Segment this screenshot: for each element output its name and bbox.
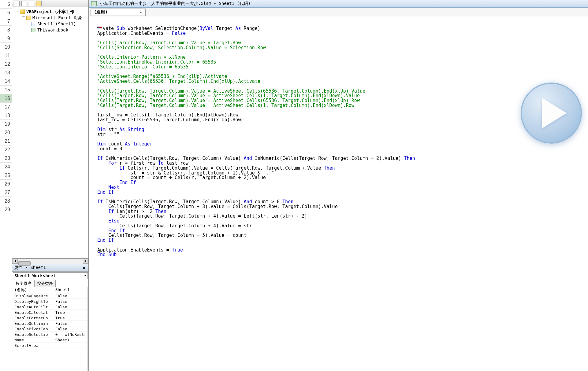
toolbar-button[interactable] <box>21 1 27 6</box>
property-name: EnableCalculat <box>13 310 54 315</box>
project-explorer[interactable]: - VBAProject (小车工作 - Microsoft Excel 对象 … <box>12 7 88 259</box>
project-toolbar <box>12 0 88 7</box>
play-button-overlay[interactable] <box>521 83 582 144</box>
row-header[interactable]: 27 <box>0 188 12 197</box>
property-value[interactable]: False <box>54 326 87 332</box>
row-header[interactable]: 17 <box>0 103 12 111</box>
chevron-down-icon[interactable]: ▾ <box>84 274 86 278</box>
scroll-thumb[interactable] <box>18 261 31 266</box>
property-row[interactable]: NameSheet1 <box>13 337 87 343</box>
property-name: (名称) <box>13 287 54 293</box>
sheet-icon <box>31 22 36 26</box>
property-row[interactable]: EnableAutoFiltFalse <box>13 304 87 310</box>
tree-collapse-icon[interactable]: - <box>22 16 25 19</box>
property-name: DisplayPageBre <box>13 293 54 299</box>
row-header[interactable]: 25 <box>0 171 12 180</box>
tree-sheet-item[interactable]: Sheet1 (Sheet1) <box>13 21 87 27</box>
row-header[interactable]: 10 <box>0 43 12 51</box>
property-name: EnableFormatCo <box>13 315 54 321</box>
property-row[interactable]: EnablePivotTabFalse <box>13 326 87 332</box>
row-header[interactable]: 13 <box>0 68 12 77</box>
properties-grid[interactable]: (名称)Sheet1DisplayPageBreFalseDisplayRigh… <box>13 287 88 371</box>
toolbar-folder-button[interactable] <box>36 1 42 6</box>
row-header[interactable]: 8 <box>0 26 12 34</box>
toolbar-button[interactable] <box>29 1 34 6</box>
code-window-titlebar: 小车工作自动化的一小步，人类的躺平事业的一大步.xlsm - Sheet1 (代… <box>89 0 588 8</box>
tab-alphabetic[interactable]: 按字母序 <box>13 280 34 287</box>
horizontal-scrollbar[interactable]: ◀ ▶ <box>12 259 88 264</box>
row-header[interactable]: 6 <box>0 9 12 17</box>
row-header[interactable]: 29 <box>0 205 12 214</box>
property-value[interactable]: False <box>54 299 87 304</box>
property-row[interactable]: EnableCalculatTrue <box>13 310 87 315</box>
row-header[interactable]: 23 <box>0 154 12 163</box>
scroll-right-arrow[interactable]: ▶ <box>83 259 88 264</box>
row-header[interactable]: 28 <box>0 197 12 205</box>
project-icon <box>20 9 25 14</box>
row-header[interactable]: 7 <box>0 17 12 26</box>
code-window-title: 小车工作自动化的一小步，人类的躺平事业的一大步.xlsm - Sheet1 (代… <box>100 1 251 6</box>
module-icon <box>91 1 97 6</box>
property-value[interactable]: True <box>54 315 87 321</box>
properties-title-label: 属性 - Sheet1 <box>14 265 46 270</box>
row-header[interactable]: 11 <box>0 51 12 60</box>
close-icon[interactable]: × <box>81 265 87 271</box>
row-header[interactable]: 12 <box>0 60 12 68</box>
tab-categorized[interactable]: 按分类序 <box>34 280 56 287</box>
property-name: DisplayRightTo <box>13 299 54 304</box>
row-header[interactable]: 22 <box>0 145 12 154</box>
property-tabs: 按字母序 按分类序 <box>13 280 88 287</box>
object-combo-label: (通用) <box>94 9 108 15</box>
workbook-icon <box>31 28 36 32</box>
row-header[interactable]: 15 <box>0 86 12 94</box>
row-header[interactable]: 18 <box>0 111 12 120</box>
property-value[interactable]: False <box>54 321 87 326</box>
property-value[interactable]: True <box>54 310 87 315</box>
property-value[interactable]: 0 - xlNoRestr <box>54 332 87 337</box>
row-header[interactable]: 14 <box>0 77 12 86</box>
toolbar-button[interactable] <box>14 1 20 6</box>
object-combo[interactable]: (通用) ▾ <box>91 9 146 16</box>
row-header[interactable]: 5 <box>0 0 12 9</box>
tree-workbook-item[interactable]: ThisWorkbook <box>13 27 87 33</box>
vbe-side-panel: - VBAProject (小车工作 - Microsoft Excel 对象 … <box>12 0 89 371</box>
object-selector-combo[interactable]: Sheet1 Worksheet ▾ <box>13 272 88 279</box>
row-header[interactable]: 9 <box>0 34 12 43</box>
folder-icon <box>26 16 31 20</box>
property-value[interactable]: Sheet1 <box>54 337 87 343</box>
text-cursor <box>241 118 241 123</box>
property-value[interactable]: False <box>54 304 87 310</box>
tree-project-root[interactable]: - VBAProject (小车工作 <box>13 9 87 15</box>
row-header[interactable]: 21 <box>0 137 12 145</box>
property-row[interactable]: DisplayRightToFalse <box>13 299 87 304</box>
property-name: EnableSelectio <box>13 332 54 337</box>
code-editor[interactable]: vate Sub Worksheet_SelectionChange(ByVal… <box>89 17 588 371</box>
property-value[interactable]: False <box>54 293 87 299</box>
flag-icon <box>97 27 102 30</box>
row-header[interactable]: 16 <box>0 94 12 103</box>
property-row[interactable]: (名称)Sheet1 <box>13 287 87 293</box>
row-header[interactable]: 26 <box>0 180 12 188</box>
object-selector-label: Sheet1 Worksheet <box>14 273 56 278</box>
row-header[interactable]: 24 <box>0 163 12 171</box>
excel-row-gutter: 5678910111213141516171819202122232425262… <box>0 0 12 371</box>
scroll-left-arrow[interactable]: ◀ <box>12 259 18 264</box>
property-row[interactable]: EnableFormatCoTrue <box>13 315 87 321</box>
property-row[interactable]: DisplayPageBreFalse <box>13 293 87 299</box>
code-window: 小车工作自动化的一小步，人类的躺平事业的一大步.xlsm - Sheet1 (代… <box>89 0 588 371</box>
property-row[interactable]: EnableSelectio0 - xlNoRestr <box>13 332 87 337</box>
property-value[interactable] <box>54 343 87 348</box>
property-row[interactable]: EnableOutlininFalse <box>13 321 87 326</box>
chevron-down-icon[interactable]: ▾ <box>140 10 142 15</box>
property-name: EnableAutoFilt <box>13 304 54 310</box>
tree-collapse-icon[interactable]: - <box>16 10 19 13</box>
row-header[interactable]: 19 <box>0 120 12 128</box>
object-procedure-bar: (通用) ▾ <box>89 8 588 17</box>
property-name: EnablePivotTab <box>13 326 54 332</box>
property-value[interactable]: Sheet1 <box>54 287 87 293</box>
property-row[interactable]: ScrollArea <box>13 343 87 348</box>
row-header[interactable]: 20 <box>0 128 12 137</box>
property-name: EnableOutlinin <box>13 321 54 326</box>
tree-folder[interactable]: - Microsoft Excel 对象 <box>13 15 87 21</box>
property-name: Name <box>13 337 54 343</box>
